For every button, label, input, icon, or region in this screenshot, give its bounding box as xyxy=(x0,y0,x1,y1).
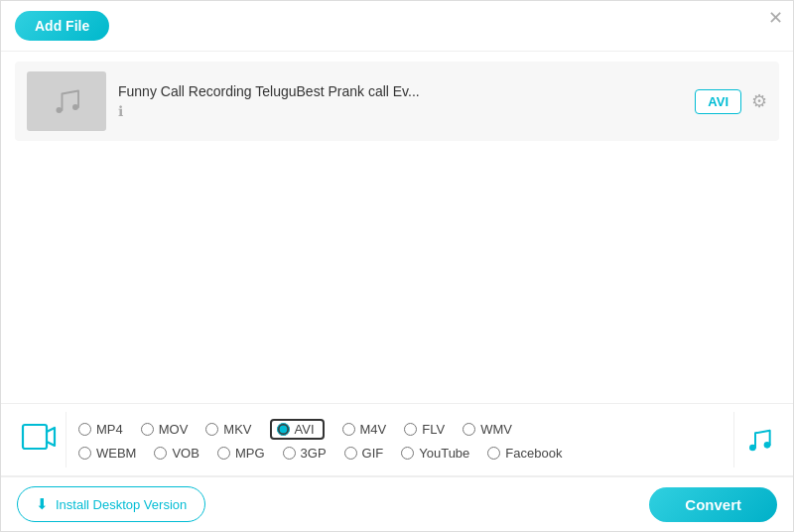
install-label: Install Desktop Version xyxy=(56,497,187,512)
close-icon: ✕ xyxy=(768,8,783,28)
format-label-vob: VOB xyxy=(172,446,198,461)
format-option-mpg[interactable]: MPG xyxy=(217,446,265,461)
format-option-wmv[interactable]: WMV xyxy=(463,422,512,437)
music-note-icon xyxy=(743,424,775,456)
convert-button[interactable]: Convert xyxy=(649,487,777,522)
svg-point-0 xyxy=(57,107,63,113)
format-label-wmv: WMV xyxy=(480,422,512,437)
format-label-mp4: MP4 xyxy=(96,422,123,437)
format-option-flv[interactable]: FLV xyxy=(404,422,445,437)
file-info: Funny Call Recording TeluguBest Prank ca… xyxy=(118,83,683,119)
format-row-1: MP4 MOV MKV AVI M4V FLV xyxy=(78,419,733,440)
close-button[interactable]: ✕ xyxy=(768,9,783,27)
file-name: Funny Call Recording TeluguBest Prank ca… xyxy=(118,83,683,99)
info-icon[interactable]: ℹ xyxy=(118,103,683,119)
format-row-2: WEBM VOB MPG 3GP GIF YouTube xyxy=(78,446,733,461)
format-icon-area xyxy=(11,412,66,467)
svg-rect-2 xyxy=(23,425,47,449)
format-option-m4v[interactable]: M4V xyxy=(342,422,387,437)
format-label-3gp: 3GP xyxy=(301,446,327,461)
settings-button[interactable]: ⚙ xyxy=(751,90,767,112)
video-format-icon xyxy=(21,419,57,462)
install-desktop-button[interactable]: ⬇ Install Desktop Version xyxy=(17,486,205,522)
file-list: Funny Call Recording TeluguBest Prank ca… xyxy=(1,52,793,151)
format-option-webm[interactable]: WEBM xyxy=(78,446,136,461)
format-option-mp4[interactable]: MP4 xyxy=(78,422,123,437)
format-bar: MP4 MOV MKV AVI M4V FLV xyxy=(1,403,793,476)
format-options: MP4 MOV MKV AVI M4V FLV xyxy=(78,419,733,461)
svg-point-3 xyxy=(749,445,756,452)
format-option-mkv[interactable]: MKV xyxy=(205,422,251,437)
format-option-avi[interactable]: AVI xyxy=(270,419,325,440)
format-option-gif[interactable]: GIF xyxy=(344,446,384,461)
format-label-avi: AVI xyxy=(295,422,315,437)
music-right-icon-area xyxy=(733,412,783,467)
top-bar: Add File xyxy=(1,1,793,52)
format-label-gif: GIF xyxy=(362,446,384,461)
format-label-mkv: MKV xyxy=(223,422,251,437)
download-icon: ⬇ xyxy=(36,495,49,513)
music-icon xyxy=(49,83,84,119)
add-file-button[interactable]: Add File xyxy=(15,11,109,41)
format-label-youtube: YouTube xyxy=(419,446,469,461)
svg-point-1 xyxy=(72,104,78,110)
format-badge: AVI xyxy=(695,89,741,114)
format-option-mov[interactable]: MOV xyxy=(141,422,189,437)
format-label-webm: WEBM xyxy=(96,446,136,461)
file-item: Funny Call Recording TeluguBest Prank ca… xyxy=(15,62,779,141)
action-bar: ⬇ Install Desktop Version Convert xyxy=(1,476,793,531)
file-thumbnail xyxy=(27,71,106,131)
format-label-mov: MOV xyxy=(159,422,189,437)
format-option-vob[interactable]: VOB xyxy=(154,446,198,461)
format-label-m4v: M4V xyxy=(360,422,387,437)
format-label-facebook: Facebook xyxy=(505,446,562,461)
format-option-facebook[interactable]: Facebook xyxy=(487,446,562,461)
svg-point-4 xyxy=(763,442,770,449)
format-option-3gp[interactable]: 3GP xyxy=(283,446,327,461)
format-label-mpg: MPG xyxy=(235,446,265,461)
format-label-flv: FLV xyxy=(422,422,445,437)
file-actions: AVI ⚙ xyxy=(695,89,767,114)
format-option-youtube[interactable]: YouTube xyxy=(401,446,469,461)
